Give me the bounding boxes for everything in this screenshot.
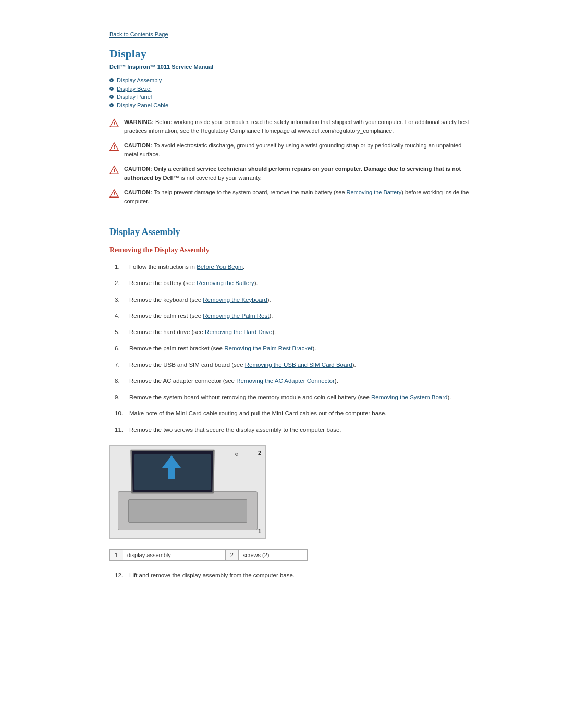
table-of-contents: Display Assembly Display Bezel Display P… [109,77,474,108]
removing-palm-rest-bracket-link[interactable]: Removing the Palm Rest Bracket [224,345,312,351]
diagram-container: 2 1 [109,445,276,539]
step-7: Remove the USB and SIM card board (see R… [115,361,474,369]
toc-link-display-panel[interactable]: Display Panel [117,94,152,100]
svg-marker-4 [162,455,181,479]
caution-triangle-icon-3: ! [109,189,119,198]
warning-triangle-icon: ! [109,118,119,128]
step-9: Remove the system board without removing… [115,393,474,402]
removing-usb-sim-link[interactable]: Removing the USB and SIM Card Board [245,362,352,368]
arrow-icon [162,455,181,479]
caution-triangle-icon-2: ! [109,165,119,175]
table-cell-label-1: display assembly [123,549,226,560]
step-4: Remove the palm rest (see Removing the P… [115,312,474,320]
svg-text:!: ! [114,145,115,150]
table-cell-num-2: 2 [225,549,238,560]
step-5: Remove the hard drive (see Removing the … [115,328,474,337]
diagram-label-2: 2 [258,450,261,456]
caution-block-1: ! CAUTION: To avoid electrostatic discha… [109,141,474,158]
removing-battery-link-caution[interactable]: Removing the Battery [347,189,402,195]
toc-link-display-panel-cable[interactable]: Display Panel Cable [117,102,168,108]
removing-ac-adapter-link[interactable]: Removing the AC Adapter Connector [236,378,335,384]
removing-hard-drive-link[interactable]: Removing the Hard Drive [205,329,272,335]
step-10: Make note of the Mini-Card cable routing… [115,409,474,418]
table-cell-label-2: screws (2) [238,549,307,560]
back-to-contents-link[interactable]: Back to Contents Page [109,31,474,38]
page-title: Display [109,47,474,60]
step-12: Lift and remove the display assembly fro… [115,571,474,580]
step-6: Remove the palm rest bracket (see Removi… [115,344,474,353]
caution-block-3: ! CAUTION: To help prevent damage to the… [109,188,474,205]
steps-list-continued: Lift and remove the display assembly fro… [115,571,474,580]
step-11: Remove the two screws that secure the di… [115,426,474,435]
svg-text:!: ! [114,168,115,174]
toc-item-display-panel[interactable]: Display Panel [109,94,474,100]
toc-item-display-assembly[interactable]: Display Assembly [109,77,474,83]
toc-bullet [109,95,114,99]
diagram-label-1: 1 [258,528,261,534]
removing-keyboard-link[interactable]: Removing the Keyboard [203,297,267,303]
display-assembly-section-title: Display Assembly [109,227,474,238]
step-3: Remove the keyboard (see Removing the Ke… [115,295,474,304]
step-1: Follow the instructions in Before You Be… [115,263,474,272]
caution-block-2: ! CAUTION: Only a certified service tech… [109,165,474,182]
laptop-diagram: 2 1 [109,445,266,539]
service-manual-subtitle: Dell™ Inspiron™ 1011 Service Manual [109,64,474,70]
steps-list: Follow the instructions in Before You Be… [115,263,474,435]
caution-text-1: CAUTION: To avoid electrostatic discharg… [124,141,474,158]
svg-text:!: ! [114,121,115,127]
warning-block-1: ! WARNING: Before working inside your co… [109,118,474,135]
toc-link-display-bezel[interactable]: Display Bezel [117,85,152,92]
section-divider [109,216,474,216]
table-row-1: 1 display assembly 2 screws (2) [110,549,308,560]
parts-table: 1 display assembly 2 screws (2) [109,549,308,561]
caution-text-3: CAUTION: To help prevent damage to the s… [124,188,474,205]
removing-palm-rest-link[interactable]: Removing the Palm Rest [203,313,269,319]
removing-battery-link-step2[interactable]: Removing the Battery [197,280,254,286]
caution-triangle-icon-1: ! [109,142,119,151]
toc-link-display-assembly[interactable]: Display Assembly [117,77,162,83]
warning-text-1: WARNING: Before working inside your comp… [124,118,474,135]
toc-item-display-panel-cable[interactable]: Display Panel Cable [109,102,474,108]
toc-bullet [109,78,114,82]
svg-text:!: ! [114,192,115,197]
toc-bullet [109,103,114,107]
removing-display-assembly-subtitle: Removing the Display Assembly [109,246,474,254]
before-you-begin-link[interactable]: Before You Begin [197,264,243,270]
toc-item-display-bezel[interactable]: Display Bezel [109,85,474,92]
step-8: Remove the AC adapter connector (see Rem… [115,377,474,386]
toc-bullet [109,87,114,91]
table-cell-num-1: 1 [110,549,123,560]
caution-text-2: CAUTION: Only a certified service techni… [124,165,474,182]
removing-system-board-link[interactable]: Removing the System Board [371,394,447,400]
step-2: Remove the battery (see Removing the Bat… [115,279,474,288]
